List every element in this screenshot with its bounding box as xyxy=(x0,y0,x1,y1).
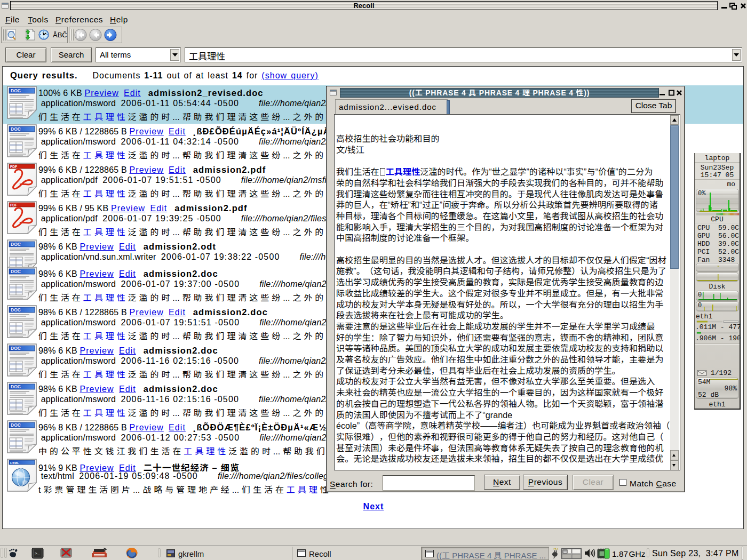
svg-text:ÅBĈ: ÅBĈ xyxy=(53,31,67,39)
svg-text:>_: >_ xyxy=(35,551,40,556)
